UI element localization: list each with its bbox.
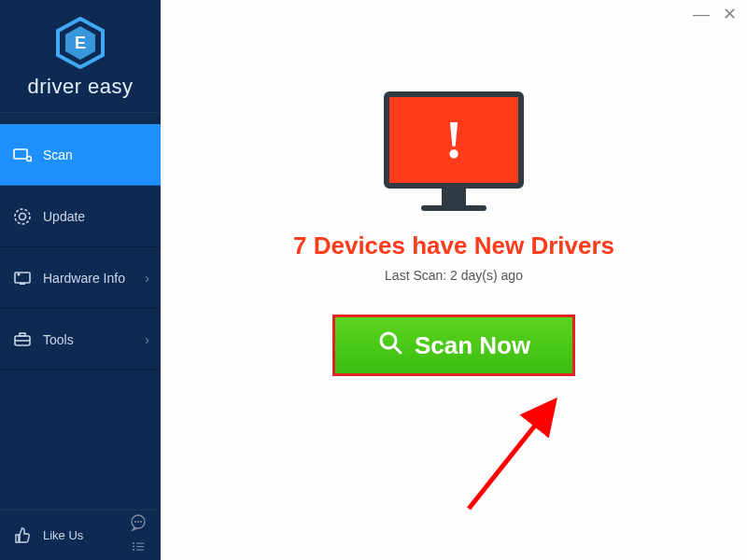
hardware-icon xyxy=(13,269,32,287)
minimize-button[interactable]: — xyxy=(693,6,710,22)
nav-label: Scan xyxy=(43,147,73,162)
menu-icon[interactable] xyxy=(129,541,148,558)
scan-button-label: Scan Now xyxy=(415,331,530,360)
svg-point-6 xyxy=(15,209,30,224)
update-icon xyxy=(13,207,32,226)
svg-point-22 xyxy=(133,549,134,551)
scan-now-button[interactable]: Scan Now xyxy=(332,315,575,376)
svg-point-17 xyxy=(140,521,142,523)
nav-update[interactable]: Update xyxy=(0,186,161,247)
window-controls: — ✕ xyxy=(693,6,738,22)
nav-tools[interactable]: Tools › xyxy=(0,309,161,371)
scan-icon xyxy=(13,146,32,164)
svg-text:E: E xyxy=(75,34,86,52)
annotation-arrow xyxy=(450,392,599,523)
chevron-right-icon: › xyxy=(145,271,149,286)
nav-label: Update xyxy=(43,209,85,224)
svg-point-16 xyxy=(137,521,139,523)
svg-point-20 xyxy=(133,545,134,547)
nav: Scan Update Hardware Info › Tools › xyxy=(0,124,161,510)
bottom-icons xyxy=(129,513,148,558)
like-label: Like Us xyxy=(43,528,83,542)
tools-icon xyxy=(13,330,32,349)
chevron-right-icon: › xyxy=(145,332,149,347)
feedback-icon[interactable] xyxy=(129,513,148,536)
svg-point-7 xyxy=(20,213,26,219)
svg-line-5 xyxy=(31,160,32,161)
svg-line-26 xyxy=(469,403,553,509)
like-us[interactable]: Like Us xyxy=(0,510,161,560)
svg-point-18 xyxy=(133,542,134,544)
logo-area: E driver easy xyxy=(0,0,161,113)
nav-hardware[interactable]: Hardware Info › xyxy=(0,247,161,309)
thumbs-up-icon xyxy=(13,526,32,545)
headline: 7 Devices have New Drivers xyxy=(293,231,614,260)
svg-rect-9 xyxy=(20,283,25,285)
main-panel: — ✕ ! 7 Devices have New Drivers Last Sc… xyxy=(161,0,747,560)
svg-point-10 xyxy=(17,273,20,275)
exclamation-icon: ! xyxy=(445,110,463,170)
svg-rect-12 xyxy=(20,333,25,336)
logo-icon: E xyxy=(54,17,106,69)
last-scan-text: Last Scan: 2 day(s) ago xyxy=(385,268,523,283)
nav-label: Tools xyxy=(43,332,74,347)
search-icon xyxy=(377,329,403,362)
svg-rect-3 xyxy=(14,149,27,159)
nav-label: Hardware Info xyxy=(43,271,125,286)
monitor-warning-icon: ! xyxy=(384,91,524,211)
logo-text: driver easy xyxy=(0,75,161,99)
close-button[interactable]: ✕ xyxy=(721,6,738,22)
svg-point-15 xyxy=(134,521,136,523)
nav-scan[interactable]: Scan xyxy=(0,124,161,186)
svg-rect-8 xyxy=(15,273,30,283)
sidebar: E driver easy Scan Update Hardware Info … xyxy=(0,0,161,560)
svg-line-25 xyxy=(394,346,401,353)
